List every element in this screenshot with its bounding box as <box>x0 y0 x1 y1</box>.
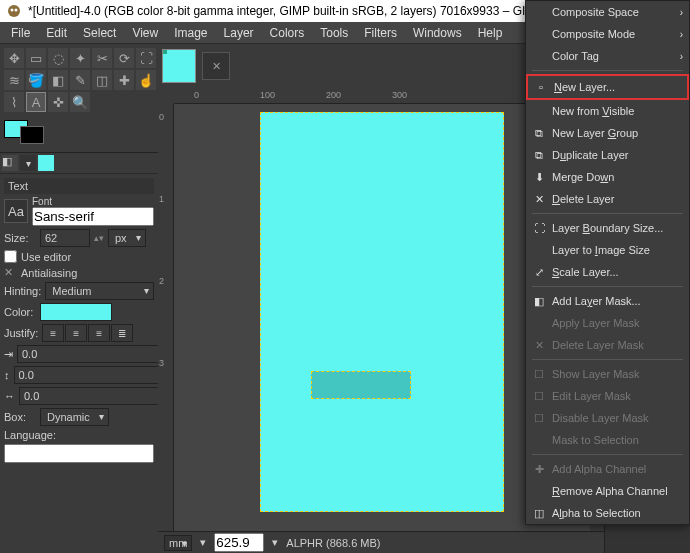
layer-context-menu: Composite Space›Composite Mode›Color Tag… <box>525 0 690 525</box>
ctx-item-icon: ◫ <box>532 507 546 520</box>
tool-rect-select-icon[interactable]: ▭ <box>26 48 46 68</box>
dock-color-icon[interactable] <box>38 155 54 171</box>
tool-eraser-icon[interactable]: ◫ <box>92 70 112 90</box>
line-spacing-input[interactable] <box>14 366 162 384</box>
use-editor-checkbox[interactable] <box>4 250 17 263</box>
text-color-swatch[interactable] <box>40 303 112 321</box>
language-input[interactable] <box>4 444 154 463</box>
justify-left-icon[interactable]: ≡ <box>42 324 64 342</box>
language-label: Language: <box>4 429 56 441</box>
letter-spacing-input[interactable] <box>19 387 167 405</box>
svg-point-2 <box>15 9 18 12</box>
ctx-edit-layer-mask: ☐Edit Layer Mask <box>526 385 689 407</box>
tool-gradient-icon[interactable]: ◧ <box>48 70 68 90</box>
tool-bucket-icon[interactable]: 🪣 <box>26 70 46 90</box>
ctx-composite-mode[interactable]: Composite Mode› <box>526 23 689 45</box>
canvas[interactable] <box>260 112 504 512</box>
image-tab-thumb[interactable] <box>162 49 196 83</box>
status-zoom-input[interactable] <box>214 533 264 552</box>
menu-filters[interactable]: Filters <box>357 24 404 42</box>
ctx-layer-to-image-size[interactable]: Layer to Image Size <box>526 239 689 261</box>
font-label: Font <box>32 196 154 207</box>
tool-rotate-icon[interactable]: ⟳ <box>114 48 134 68</box>
tool-move-icon[interactable]: ✥ <box>4 48 24 68</box>
tool-text-icon[interactable]: A <box>26 92 46 112</box>
font-input[interactable] <box>32 207 154 226</box>
tool-smudge-icon[interactable]: ☝ <box>136 70 156 90</box>
left-panel: ✥ ▭ ◌ ✦ ✂ ⟳ ⛶ ≋ 🪣 ◧ ✎ ◫ ✚ ☝ ⌇ A ✜ 🔍 ◧ ▾ <box>0 44 158 553</box>
ctx-mask-to-selection: Mask to Selection <box>526 429 689 451</box>
size-label: Size: <box>4 232 36 244</box>
menu-tools[interactable]: Tools <box>313 24 355 42</box>
tool-zoom-icon[interactable]: 🔍 <box>70 92 90 112</box>
statusbar: mm ▾ ▾ ALPHR (868.6 MB) <box>158 531 604 553</box>
antialiasing-toggle-icon[interactable]: ✕ <box>4 266 13 279</box>
indent-input[interactable] <box>17 345 165 363</box>
justify-center-icon[interactable]: ≡ <box>88 324 110 342</box>
ctx-remove-alpha-channel[interactable]: Remove Alpha Channel <box>526 480 689 502</box>
ctx-delete-layer[interactable]: ✕Delete Layer <box>526 188 689 210</box>
tool-path-icon[interactable]: ⌇ <box>4 92 24 112</box>
svg-point-0 <box>8 5 20 17</box>
ctx-new-from-visible[interactable]: New from Visible <box>526 100 689 122</box>
title-text: *[Untitled]-4.0 (RGB color 8-bit gamma i… <box>28 4 543 18</box>
ctx-new-layer[interactable]: ▫ New Layer... <box>526 74 689 100</box>
indent-icon: ⇥ <box>4 348 13 361</box>
box-label: Box: <box>4 411 36 423</box>
submenu-arrow-icon: › <box>680 7 683 18</box>
menu-select[interactable]: Select <box>76 24 123 42</box>
ctx-layer-boundary-size-[interactable]: ⛶Layer Boundary Size... <box>526 217 689 239</box>
ctx-add-layer-mask-[interactable]: ◧Add Layer Mask... <box>526 290 689 312</box>
font-aa-icon[interactable]: Aa <box>4 199 28 223</box>
ctx-merge-down[interactable]: ⬇Merge Down <box>526 166 689 188</box>
menu-layer[interactable]: Layer <box>217 24 261 42</box>
box-select[interactable]: Dynamic <box>40 408 109 426</box>
ctx-item-icon: ⧉ <box>532 149 546 162</box>
menu-file[interactable]: File <box>4 24 37 42</box>
ctx-color-tag[interactable]: Color Tag› <box>526 45 689 67</box>
tool-transform-icon[interactable]: ⛶ <box>136 48 156 68</box>
bg-color-swatch[interactable] <box>20 126 44 144</box>
ctx-show-layer-mask: ☐Show Layer Mask <box>526 363 689 385</box>
hinting-select[interactable]: Medium <box>45 282 154 300</box>
ctx-composite-space[interactable]: Composite Space› <box>526 1 689 23</box>
menu-image[interactable]: Image <box>167 24 214 42</box>
menu-colors[interactable]: Colors <box>263 24 312 42</box>
ctx-new-layer-group[interactable]: ⧉New Layer Group <box>526 122 689 144</box>
size-input[interactable] <box>40 229 90 247</box>
tool-warp-icon[interactable]: ≋ <box>4 70 24 90</box>
menu-help[interactable]: Help <box>471 24 510 42</box>
tool-fuzzy-icon[interactable]: ✦ <box>70 48 90 68</box>
checkbox-icon: ☐ <box>532 368 546 381</box>
menu-view[interactable]: View <box>125 24 165 42</box>
justify-right-icon[interactable]: ≡ <box>65 324 87 342</box>
ctx-alpha-to-selection[interactable]: ◫Alpha to Selection <box>526 502 689 524</box>
tool-heal-icon[interactable]: ✚ <box>114 70 134 90</box>
use-editor-label: Use editor <box>21 251 71 263</box>
justify-fill-icon[interactable]: ≣ <box>111 324 133 342</box>
tool-crop-icon[interactable]: ✂ <box>92 48 112 68</box>
tool-free-select-icon[interactable]: ◌ <box>48 48 68 68</box>
status-unit-select[interactable]: mm <box>164 535 192 551</box>
menu-windows[interactable]: Windows <box>406 24 469 42</box>
tab-close-icon[interactable]: ✕ <box>202 52 230 80</box>
ctx-duplicate-layer[interactable]: ⧉Duplicate Layer <box>526 144 689 166</box>
dock-tab-icon[interactable]: ◧ <box>2 155 18 171</box>
submenu-arrow-icon: › <box>680 51 683 62</box>
ctx-item-icon: ⧉ <box>532 127 546 140</box>
new-icon: ▫ <box>534 81 548 93</box>
ctx-item-icon: ⤢ <box>532 266 546 279</box>
tool-picker-icon[interactable]: ✜ <box>48 92 68 112</box>
hinting-label: Hinting: <box>4 285 41 297</box>
antialiasing-label: Antialiasing <box>21 267 77 279</box>
ctx-scale-layer-[interactable]: ⤢Scale Layer... <box>526 261 689 283</box>
text-box-selection[interactable] <box>311 371 411 399</box>
dock-tab-b-icon[interactable]: ▾ <box>20 155 36 171</box>
ctx-delete-layer-mask: ✕Delete Layer Mask <box>526 334 689 356</box>
checkbox-icon: ☐ <box>532 412 546 425</box>
menu-edit[interactable]: Edit <box>39 24 74 42</box>
letter-spacing-icon: ↔ <box>4 390 15 402</box>
unit-select[interactable]: px <box>108 229 146 247</box>
text-header: Text <box>4 178 154 194</box>
tool-pencil-icon[interactable]: ✎ <box>70 70 90 90</box>
